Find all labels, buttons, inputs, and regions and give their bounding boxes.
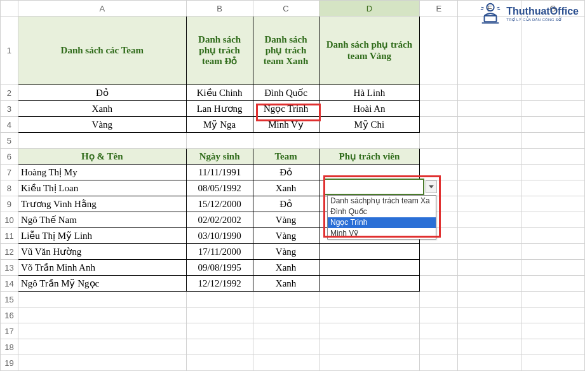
cell-A15[interactable] — [18, 292, 186, 308]
cell-F2[interactable] — [458, 85, 521, 101]
cell-C10[interactable]: Vàng — [253, 212, 319, 228]
cell-G8[interactable] — [521, 180, 585, 196]
cell-B11[interactable]: 03/10/1990 — [186, 228, 253, 244]
cell-G2[interactable] — [521, 85, 585, 101]
row-header-17[interactable]: 17 — [1, 323, 18, 339]
row-header-2[interactable]: 2 — [1, 85, 18, 101]
cell-A19[interactable] — [18, 355, 186, 371]
cell-D19[interactable] — [319, 355, 420, 371]
cell-E19[interactable] — [420, 355, 458, 371]
cell-F12[interactable] — [458, 244, 521, 260]
dropdown-option[interactable]: Minh Vỹ — [328, 228, 436, 239]
cell-F17[interactable] — [458, 323, 521, 339]
cell-G15[interactable] — [521, 292, 585, 308]
cell-F7[interactable] — [458, 165, 521, 180]
select-all-corner[interactable] — [1, 1, 18, 17]
cell-D4[interactable]: Mỹ Chi — [319, 117, 420, 133]
cell-A12[interactable]: Vũ Văn Hường — [18, 244, 186, 260]
cell-B16[interactable] — [186, 308, 253, 323]
row-header-7[interactable]: 7 — [1, 165, 18, 180]
cell-B1[interactable]: Danh sách phụ trách team Đỏ — [186, 17, 253, 85]
cell-D17[interactable] — [319, 323, 420, 339]
cell-D6[interactable]: Phụ trách viên — [319, 149, 420, 165]
cell-D15[interactable] — [319, 292, 420, 308]
cell-E16[interactable] — [420, 308, 458, 323]
cell-G18[interactable] — [521, 339, 585, 355]
cell-B4[interactable]: Mỹ Nga — [186, 117, 253, 133]
cell-C3[interactable]: Ngọc Trinh — [253, 101, 319, 117]
cell-G6[interactable] — [521, 149, 585, 165]
row-header-3[interactable]: 3 — [1, 101, 18, 117]
cell-B14[interactable]: 12/12/1992 — [186, 276, 253, 292]
cell-B7[interactable]: 11/11/1991 — [186, 165, 253, 180]
cell-D3[interactable]: Hoài An — [319, 101, 420, 117]
cell-C2[interactable]: Đình Quốc — [253, 85, 319, 101]
cell-E12[interactable] — [420, 244, 458, 260]
cell-F1[interactable] — [458, 17, 521, 85]
cell-A7[interactable]: Hoàng Thị My — [18, 165, 186, 180]
cell-G13[interactable] — [521, 260, 585, 276]
row-header-18[interactable]: 18 — [1, 339, 18, 355]
cell-F8[interactable] — [458, 180, 521, 196]
dropdown-toggle-button[interactable] — [426, 180, 437, 193]
cell-B18[interactable] — [186, 339, 253, 355]
cell-C11[interactable]: Vàng — [253, 228, 319, 244]
cell-A13[interactable]: Võ Trần Minh Anh — [18, 260, 186, 276]
row-header-5[interactable]: 5 — [1, 133, 18, 149]
active-cell-D7[interactable] — [324, 179, 424, 195]
dropdown-option-selected[interactable]: Ngọc Trinh — [328, 217, 436, 228]
cell-D5[interactable] — [319, 133, 420, 149]
cell-G17[interactable] — [521, 323, 585, 339]
cell-E7[interactable] — [420, 165, 458, 180]
cell-A4[interactable]: Vàng — [18, 117, 186, 133]
cell-A14[interactable]: Ngô Trần Mỹ Ngọc — [18, 276, 186, 292]
row-header-16[interactable]: 16 — [1, 308, 18, 323]
cell-B12[interactable]: 17/11/2000 — [186, 244, 253, 260]
row-header-12[interactable]: 12 — [1, 244, 18, 260]
cell-G5[interactable] — [521, 133, 585, 149]
cell-A17[interactable] — [18, 323, 186, 339]
cell-B17[interactable] — [186, 323, 253, 339]
cell-C12[interactable]: Vàng — [253, 244, 319, 260]
row-header-10[interactable]: 10 — [1, 212, 18, 228]
cell-G7[interactable] — [521, 165, 585, 180]
cell-F6[interactable] — [458, 149, 521, 165]
row-header-9[interactable]: 9 — [1, 196, 18, 212]
spreadsheet-grid[interactable]: A B C D E F G 1 Danh sách các Team Danh … — [0, 0, 585, 371]
cell-F5[interactable] — [458, 133, 521, 149]
cell-B8[interactable]: 08/05/1992 — [186, 180, 253, 196]
cell-B6[interactable]: Ngày sinh — [186, 149, 253, 165]
cell-G14[interactable] — [521, 276, 585, 292]
cell-E4[interactable] — [420, 117, 458, 133]
cell-F9[interactable] — [458, 196, 521, 212]
cell-C1[interactable]: Danh sách phụ trách team Xanh — [253, 17, 319, 85]
data-validation-dropdown[interactable]: Danh sáchphụ trách team Xa Đình Quốc Ngọ… — [327, 195, 436, 240]
cell-C7[interactable]: Đỏ — [253, 165, 319, 180]
cell-C17[interactable] — [253, 323, 319, 339]
cell-G3[interactable] — [521, 101, 585, 117]
cell-C4[interactable]: Minh Vỹ — [253, 117, 319, 133]
dropdown-option[interactable]: Đình Quốc — [328, 206, 436, 217]
cell-E6[interactable] — [420, 149, 458, 165]
cell-C6[interactable]: Team — [253, 149, 319, 165]
cell-C16[interactable] — [253, 308, 319, 323]
cell-G4[interactable] — [521, 117, 585, 133]
cell-G9[interactable] — [521, 196, 585, 212]
cell-D1[interactable]: Danh sách phụ trách team Vàng — [319, 17, 420, 85]
row-header-8[interactable]: 8 — [1, 180, 18, 196]
cell-A1[interactable]: Danh sách các Team — [18, 17, 186, 85]
row-header-15[interactable]: 15 — [1, 292, 18, 308]
cell-A9[interactable]: Trương Vinh Hằng — [18, 196, 186, 212]
cell-C19[interactable] — [253, 355, 319, 371]
cell-F10[interactable] — [458, 212, 521, 228]
cell-A6[interactable]: Họ & Tên — [18, 149, 186, 165]
cell-A3[interactable]: Xanh — [18, 101, 186, 117]
cell-F19[interactable] — [458, 355, 521, 371]
cell-C5[interactable] — [253, 133, 319, 149]
cell-B13[interactable]: 09/08/1995 — [186, 260, 253, 276]
cell-D7[interactable] — [319, 165, 420, 180]
cell-B2[interactable]: Kiều Chinh — [186, 85, 253, 101]
col-header-E[interactable]: E — [420, 1, 458, 17]
cell-G10[interactable] — [521, 212, 585, 228]
col-header-D[interactable]: D — [319, 1, 420, 17]
